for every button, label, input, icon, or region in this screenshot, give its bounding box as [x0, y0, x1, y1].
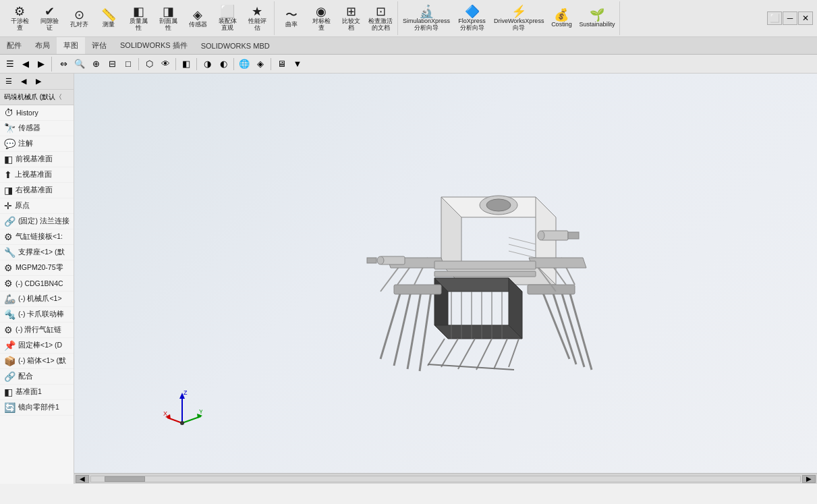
minimize-btn[interactable]: ─	[783, 11, 797, 25]
fixed-rod-label: 固定棒<1> (D	[18, 341, 62, 350]
display-mode-btn[interactable]: ⬡	[142, 57, 157, 72]
sidebar-item-mgpm[interactable]: ⚙ MGPM20-75零	[0, 260, 74, 276]
claw-rod-label: (-) 卡爪联动棒	[18, 310, 64, 319]
perf-eval-btn[interactable]: ★ 性能评估	[243, 4, 271, 33]
mass-prop-btn[interactable]: ◧ 质量属性	[124, 4, 152, 33]
support-label: 支撑座<1> (默	[18, 248, 65, 257]
hole-align-btn[interactable]: ⊙ 孔对齐	[65, 7, 93, 30]
main-toolbar: ⚙ 干涉检查 ✔ 间隙验证 ⊙ 孔对齐 📏 测量 ◧ 质量属性 ◨ 剖面属性	[0, 0, 817, 37]
datum-plane-label: 基准面1	[16, 387, 42, 397]
costing-icon: 💰	[554, 9, 569, 21]
sidebar-list-view[interactable]: ☰	[1, 74, 16, 89]
box-icon: 📦	[4, 356, 16, 366]
sidebar-item-sensors[interactable]: 🔭 传感器	[0, 121, 74, 136]
flo-btn[interactable]: 🔷 FloXpress分析向导	[453, 4, 490, 33]
sustainability-icon: 🌱	[590, 9, 604, 21]
interference-check-btn[interactable]: ⚙ 干涉检查	[5, 4, 34, 33]
sidebar-item-claw-rod[interactable]: 🔩 (-) 卡爪联动棒	[0, 307, 74, 323]
sidebar-nav-left[interactable]: ◀	[18, 57, 33, 72]
box-label: (-) 箱体<1> (默	[18, 356, 66, 366]
svg-line-25	[420, 291, 431, 371]
tab-solidworks-mbd[interactable]: SOLIDWORKS MBD	[194, 37, 277, 54]
viewport-dropdown[interactable]: ▼	[290, 57, 305, 72]
curvature-btn[interactable]: 〜 曲率	[277, 7, 306, 30]
tab-caotu[interactable]: 草图	[57, 37, 85, 54]
sidebar-item-slide-cylinder[interactable]: ⚙ (-) 滑行气缸链	[0, 323, 74, 338]
clearance-label: 间隙验证	[40, 18, 59, 32]
sidebar-item-top-plane[interactable]: ⬆ 上视基准面	[0, 167, 74, 183]
appearance-btn[interactable]: ◐	[216, 57, 231, 72]
scroll-right-btn[interactable]: ▶	[802, 475, 816, 483]
claw-icon: 🦾	[4, 293, 16, 304]
sidebar-item-cdg[interactable]: ⚙ (-) CDG1BN4C	[0, 276, 74, 291]
curvature-label: 曲率	[285, 22, 298, 28]
simulation-btn[interactable]: 🔬 SimulationXpress分析向导	[401, 4, 452, 33]
costing-btn[interactable]: 💰 Costing	[547, 7, 575, 30]
sep3	[196, 58, 197, 70]
svg-marker-39	[529, 258, 586, 268]
tab-buju[interactable]: 布局	[28, 37, 57, 54]
sidebar-item-support[interactable]: 🔧 支撑座<1> (默	[0, 245, 74, 260]
measure-btn[interactable]: 📏 测量	[94, 7, 123, 30]
sensors-sidebar-icon: 🔭	[4, 123, 16, 134]
flo-icon: 🔷	[465, 5, 480, 18]
section-prop-btn[interactable]: ◨ 剖面属性	[154, 4, 182, 33]
viewport-btn[interactable]: 🖥	[274, 57, 289, 72]
sidebar-item-right-plane[interactable]: ◨ 右视基准面	[0, 183, 74, 198]
scroll-thumb[interactable]	[105, 476, 145, 482]
sidebar-toggle-list[interactable]: ☰	[3, 57, 18, 72]
sidebar-item-origin[interactable]: ✛ 原点	[0, 198, 74, 214]
sidebar-item-cylinder-link[interactable]: ⚙ 气缸链接板<1:	[0, 229, 74, 245]
mgpm-icon: ⚙	[4, 262, 13, 273]
zoom-area-btn[interactable]: 🔍	[72, 57, 87, 72]
bottom-scrollbar[interactable]: ◀ ▶	[74, 473, 817, 484]
view-display-btn[interactable]: ◈	[253, 57, 268, 72]
scroll-left-btn[interactable]: ◀	[76, 475, 89, 483]
global-view-btn[interactable]: 🌐	[237, 57, 252, 72]
sidebar-item-claw[interactable]: 🦾 (-) 机械爪<1>	[0, 291, 74, 307]
tab-solidworks-plugin[interactable]: SOLIDWORKS 插件	[113, 37, 194, 54]
restore-btn[interactable]: ⬜	[767, 11, 782, 25]
sidebar-item-flange[interactable]: 🔗 (固定) 法兰连接	[0, 214, 74, 229]
top-tab-bar: 配件 布局 草图 评估 SOLIDWORKS 插件 SOLIDWORKS MBD	[0, 37, 817, 55]
svg-line-47	[458, 339, 475, 369]
zoom-in-btn[interactable]: ⊕	[88, 57, 103, 72]
sidebar-item-front-plane[interactable]: ◧ 前视基准面	[0, 152, 74, 167]
svg-text:Y: Y	[199, 408, 202, 415]
standard-check-btn[interactable]: ◉ 对标检查	[307, 4, 335, 33]
sidebar-prev[interactable]: ◀	[16, 74, 31, 89]
scroll-track[interactable]	[90, 476, 801, 482]
canvas-area[interactable]: Z Y X ◀ ▶	[74, 74, 817, 484]
driveworks-btn[interactable]: ⚡ DriveWorksXpress向导	[492, 4, 546, 33]
tab-peijian[interactable]: 配件	[0, 37, 28, 54]
view-orient-btn[interactable]: 👁	[158, 57, 173, 72]
zoom-fit-btn[interactable]: □	[121, 57, 136, 72]
sensors-btn[interactable]: ◈ 传感器	[184, 7, 212, 30]
tab-pinggu[interactable]: 评估	[85, 37, 113, 54]
svg-line-51	[428, 364, 514, 370]
section-view-btn[interactable]: ◧	[179, 57, 194, 72]
fit-view-btn[interactable]: ⇔	[56, 57, 71, 72]
sidebar-item-annotation[interactable]: 💬 注解	[0, 136, 74, 152]
assembly-label: 装配体直观	[219, 18, 237, 32]
sidebar-item-datum-plane[interactable]: ◧ 基准面1	[0, 385, 74, 400]
sustainability-btn[interactable]: 🌱 Sustainability	[577, 7, 617, 30]
compare-docs-btn[interactable]: ⊞ 比较文档	[337, 4, 365, 33]
interference-icon: ⚙	[14, 5, 25, 18]
close-btn[interactable]: ✕	[798, 11, 813, 25]
zoom-sheet-btn[interactable]: ⊟	[105, 57, 119, 72]
measure-icon: 📏	[101, 9, 116, 21]
active-doc-btn[interactable]: ⊡ 检查激活的文档	[366, 4, 395, 33]
assembly-visual-btn[interactable]: ⬜ 装配体直观	[213, 4, 242, 33]
sidebar-item-fixed-rod[interactable]: 📌 固定棒<1> (D	[0, 338, 74, 354]
clearance-verify-btn[interactable]: ✔ 间隙验证	[35, 4, 63, 33]
section-label: 剖面属性	[159, 18, 177, 32]
shading-btn[interactable]: ◑	[200, 57, 215, 72]
annotation-icon: 💬	[4, 138, 16, 149]
sidebar-item-box[interactable]: 📦 (-) 箱体<1> (默	[0, 354, 74, 369]
sidebar-item-history[interactable]: ⏱ History	[0, 105, 74, 121]
sidebar-item-mirror[interactable]: 🔄 镜向零部件1	[0, 400, 74, 416]
sidebar-nav-right[interactable]: ▶	[34, 57, 49, 72]
sidebar-item-mate[interactable]: 🔗 配合	[0, 369, 74, 385]
sidebar-next[interactable]: ▶	[31, 74, 46, 89]
